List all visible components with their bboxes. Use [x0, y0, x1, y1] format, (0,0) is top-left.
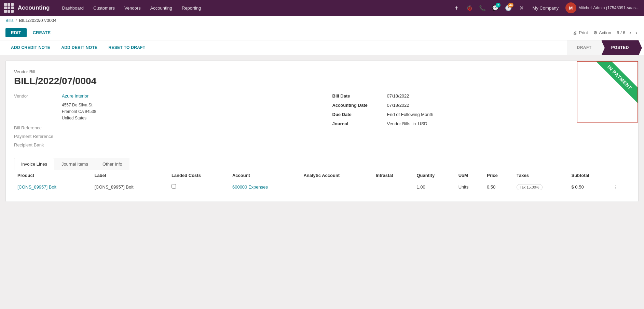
col-price: Price	[483, 170, 513, 181]
row-landed-costs[interactable]	[168, 181, 229, 193]
top-navigation: Accounting Dashboard Customers Vendors A…	[0, 0, 644, 16]
payment-reference-row: Payment Reference	[14, 134, 312, 139]
apps-menu-icon[interactable]	[4, 3, 14, 13]
tab-invoice-lines[interactable]: Invoice Lines	[14, 158, 54, 170]
row-label: [CONS_89957] Bolt	[91, 181, 168, 193]
tax-badge: Tax 15.00%	[517, 184, 542, 190]
updates-icon[interactable]: 🕐 44	[503, 2, 514, 13]
nav-vendors[interactable]: Vendors	[120, 0, 145, 16]
company-name[interactable]: My Company	[529, 5, 562, 11]
row-price: 0.50	[483, 181, 513, 193]
row-menu-button[interactable]: ⋮	[609, 181, 630, 193]
bill-date-label: Bill Date	[332, 93, 387, 99]
breadcrumb: Bills / BILL/2022/07/0004	[0, 16, 644, 25]
col-product: Product	[14, 170, 91, 181]
due-date-label: Due Date	[332, 112, 387, 117]
table-row: [CONS_89957] Bolt [CONS_89957] Bolt 6000…	[14, 181, 630, 193]
record-navigation: 6 / 6 ‹ ›	[617, 29, 639, 37]
breadcrumb-current: BILL/2022/07/0004	[19, 18, 56, 23]
phone-icon[interactable]: 📞	[477, 2, 488, 13]
nav-customers[interactable]: Customers	[89, 0, 119, 16]
messages-icon[interactable]: 💬 2	[490, 2, 501, 13]
col-uom: UoM	[455, 170, 483, 181]
vendor-name[interactable]: Azure Interior	[62, 93, 88, 99]
row-analytic-account[interactable]	[300, 181, 372, 193]
main-content: IN PAYMENT Vendor Bill BILL/2022/07/0004…	[0, 55, 644, 207]
avatar[interactable]: M	[565, 2, 576, 13]
col-taxes: Taxes	[513, 170, 568, 181]
in-payment-banner: IN PAYMENT	[577, 61, 638, 123]
bill-date-value[interactable]: 07/18/2022	[387, 93, 409, 99]
vendor-label: Vendor	[14, 93, 62, 99]
stage-posted[interactable]: POSTED	[601, 40, 639, 55]
action-bar: EDIT CREATE 🖨 Print ⚙ Action 6 / 6 ‹ ›	[0, 25, 644, 40]
bill-reference-row: Bill Reference	[14, 125, 312, 130]
bill-reference-label: Bill Reference	[14, 125, 62, 130]
bill-card: IN PAYMENT Vendor Bill BILL/2022/07/0004…	[5, 61, 639, 202]
printer-icon: 🖨	[573, 30, 577, 35]
tab-journal-items[interactable]: Journal Items	[54, 158, 95, 170]
col-menu-header	[609, 170, 630, 181]
bill-number: BILL/2022/07/0004	[14, 76, 630, 87]
col-intrastat: Intrastat	[372, 170, 413, 181]
in-payment-ribbon: IN PAYMENT	[592, 61, 638, 105]
row-product[interactable]: [CONS_89957] Bolt	[14, 181, 91, 193]
bill-fields: Vendor Azure Interior 4557 De Silva St F…	[14, 93, 630, 151]
journal-label: Journal	[332, 121, 387, 126]
stage-bar: DRAFT POSTED	[567, 40, 639, 55]
reset-to-draft-button[interactable]: RESET TO DRAFT	[103, 40, 151, 55]
prev-record-button[interactable]: ‹	[628, 29, 632, 37]
vendor-address: 4557 De Silva St Fremont CA 94538 United…	[62, 102, 312, 122]
col-account: Account	[229, 170, 300, 181]
col-analytic-account: Analytic Account	[300, 170, 372, 181]
journal-in: in	[412, 121, 416, 126]
gear-icon: ⚙	[593, 30, 598, 35]
breadcrumb-separator: /	[16, 18, 17, 23]
user-name[interactable]: Mitchell Admin (17548091-saas-15-2-a	[578, 5, 640, 10]
plus-button[interactable]: +	[451, 2, 462, 13]
row-account[interactable]: 600000 Expenses	[229, 181, 300, 193]
col-quantity: Quantity	[413, 170, 455, 181]
table-header-row: Product Label Landed Costs Account Analy…	[14, 170, 630, 181]
row-taxes: Tax 15.00%	[513, 181, 568, 193]
add-debit-note-button[interactable]: ADD DEBIT NOTE	[56, 40, 103, 55]
row-uom: Units	[455, 181, 483, 193]
journal-name[interactable]: Vendor Bills	[387, 121, 411, 126]
invoice-lines-table: Product Label Landed Costs Account Analy…	[14, 170, 630, 193]
vendor-field-row: Vendor Azure Interior	[14, 93, 312, 99]
nav-reporting[interactable]: Reporting	[178, 0, 205, 16]
settings-icon[interactable]: ✕	[516, 2, 527, 13]
vendor-bill-label: Vendor Bill	[14, 69, 630, 74]
row-subtotal: $ 0.50	[568, 181, 609, 193]
nav-dashboard[interactable]: Dashboard	[58, 0, 88, 16]
stage-draft[interactable]: DRAFT	[567, 40, 601, 55]
col-landed-costs: Landed Costs	[168, 170, 229, 181]
col-subtotal: Subtotal	[568, 170, 609, 181]
tab-other-info[interactable]: Other Info	[95, 158, 129, 170]
app-brand[interactable]: Accounting	[18, 4, 50, 11]
recipient-bank-row: Recipient Bank	[14, 142, 312, 147]
messages-badge: 2	[496, 3, 501, 8]
recipient-bank-label: Recipient Bank	[14, 142, 62, 147]
status-bar: ADD CREDIT NOTE ADD DEBIT NOTE RESET TO …	[0, 40, 644, 55]
action-button[interactable]: ⚙ Action	[593, 30, 611, 35]
accounting-date-label: Accounting Date	[332, 103, 387, 108]
tabs-container: Invoice Lines Journal Items Other Info	[14, 158, 630, 170]
accounting-date-value[interactable]: 07/18/2022	[387, 103, 409, 108]
bug-icon[interactable]: 🐞	[464, 2, 475, 13]
nav-accounting[interactable]: Accounting	[146, 0, 176, 16]
row-quantity: 1.00	[413, 181, 455, 193]
next-record-button[interactable]: ›	[634, 29, 639, 37]
print-button[interactable]: 🖨 Print	[573, 30, 588, 35]
bill-left-fields: Vendor Azure Interior 4557 De Silva St F…	[14, 93, 312, 151]
row-intrastat[interactable]	[372, 181, 413, 193]
edit-button[interactable]: EDIT	[5, 28, 27, 37]
updates-badge: 44	[508, 3, 513, 8]
landed-costs-checkbox[interactable]	[172, 184, 176, 189]
add-credit-note-button[interactable]: ADD CREDIT NOTE	[5, 40, 56, 55]
breadcrumb-parent[interactable]: Bills	[5, 18, 14, 23]
col-label: Label	[91, 170, 168, 181]
create-button[interactable]: CREATE	[29, 28, 54, 37]
due-date-value[interactable]: End of Following Month	[387, 112, 434, 117]
journal-currency[interactable]: USD	[418, 121, 427, 126]
